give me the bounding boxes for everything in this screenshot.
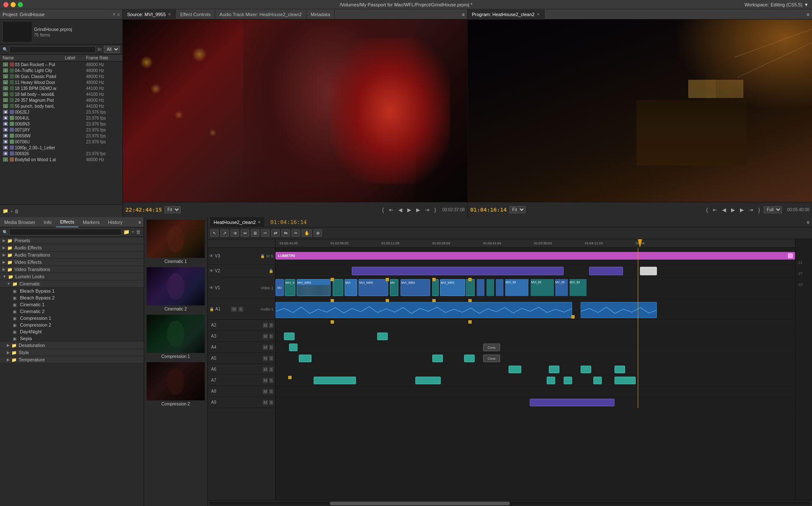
new-preset-bin-icon[interactable]: 📁 [123,229,130,235]
ripple-edit-button[interactable]: ⇉ [231,229,239,237]
program-panel-menu[interactable]: ≡ [807,12,812,17]
project-panel-close-icon[interactable]: ✕ [112,12,116,17]
track-a4-content[interactable]: Cons [275,342,795,353]
tree-item-compression-1[interactable]: ▣ Compression 1 [0,315,144,321]
tree-item-cinematic[interactable]: ▼ 📁 Cinematic [0,280,144,288]
project-list-item[interactable]: ▣00692623.976 fps [0,151,122,157]
v1-clip-6[interactable]: MVI_9955 [359,279,388,296]
tracks-content-area[interactable]: 01:02:41:05 01:02:56:05 01:03:11:05 01:0… [275,239,795,500]
v1-clip-2[interactable]: MVI_9 [285,279,295,296]
project-list-item[interactable]: ▣1080p_2.00–1_Letter [0,145,122,151]
timeline-tab-close-icon[interactable]: ✕ [258,220,261,224]
a7-clip-6[interactable] [615,377,636,384]
thumbnail-compression-1[interactable]: Compression 1 [147,315,205,359]
project-list-item[interactable]: ♪56 punch, body hard,44100 Hz [0,103,122,109]
tree-item-cinematic-1[interactable]: ▣ Cinematic 1 [0,301,144,308]
project-list-item[interactable]: ♪18 fall body – wood&44100 Hz [0,91,122,97]
tree-item-bleach-bypass-2[interactable]: ▣ Bleach Bypass 2 [0,294,144,301]
track-a3-s-btn[interactable]: S [269,334,273,339]
workspace-selector[interactable]: Workspace: Editing (CS5.5) ▼ [745,2,809,7]
effects-search-input[interactable] [9,229,122,235]
project-list-item[interactable]: ▣0062EJ23.976 fps [0,109,122,115]
tab-markers[interactable]: Markers [78,217,104,227]
clear-icon[interactable]: 🗑 [14,209,19,214]
track-a3-content[interactable] [275,331,795,342]
track-v2-eye-icon[interactable]: 👁 [209,268,214,273]
tab-program[interactable]: Program: HeatHouse2_clean2 ✕ [468,9,545,20]
project-list-item[interactable]: ▣0064UL23.976 fps [0,115,122,121]
track-a9-content[interactable] [275,397,795,408]
track-select-button[interactable]: ↗ [220,229,229,237]
project-list-item[interactable]: ▣00658W23.976 fps [0,133,122,139]
tree-item-desaturation[interactable]: ▶ 📁 Desaturation [0,342,144,349]
source-panel-menu[interactable]: ≡ [462,12,467,17]
a5-clip-2[interactable] [432,355,443,362]
source-fit-select[interactable]: Fit [164,206,181,213]
hand-tool-button[interactable]: ✋ [302,229,312,237]
tree-item-temperature[interactable]: ▶ 📁 Temperature [0,356,144,363]
a7-clip-3[interactable] [547,377,555,384]
track-a8-m-btn[interactable]: M [263,389,268,394]
tree-item-video-transitions[interactable]: ▶ 📁 Video Transitions [0,266,144,273]
rolling-edit-button[interactable]: ⇔ [241,229,249,237]
tree-item-video-effects[interactable]: ▶ 📁 Video Effects [0,259,144,266]
track-v1-eye-icon[interactable]: 👁 [209,285,214,290]
thumbnail-compression-2[interactable]: Compression 2 [147,362,205,406]
track-a4-m-btn[interactable]: M [263,345,268,350]
new-bin-icon[interactable]: 📁 [3,208,8,214]
project-list-item[interactable]: ▣0068N323.976 fps [0,121,122,127]
rate-stretch-button[interactable]: ⊞ [251,229,259,237]
tree-item-day4night[interactable]: ▣ Day4Night [0,328,144,335]
track-a7-s-btn[interactable]: S [269,378,273,383]
track-a1-m-btn[interactable]: M [231,307,237,312]
v1-clip-3[interactable]: MVI_9955 [297,279,331,296]
lumetri-clip[interactable]: LUMETRI [275,252,795,260]
track-a1-s-btn[interactable]: S [238,307,243,312]
v1-clip-15[interactable]: MVI_99 [505,279,528,296]
track-a9-m-btn[interactable]: M [263,400,268,405]
source-next-frame-button[interactable]: ▶ [415,206,421,214]
in-select[interactable]: All [104,46,120,53]
timeline-header-menu[interactable]: ≡ [807,220,809,225]
source-mark-out-button[interactable]: } [433,206,437,214]
track-v2-content[interactable] [275,265,795,277]
program-fit-select[interactable]: Fit [509,206,526,213]
v1-clip-5[interactable]: MVI [345,279,357,296]
thumbnail-cinematic-2[interactable]: Cinematic 2 [147,267,205,311]
a6-clip-4[interactable] [615,366,625,373]
track-a2-m-btn[interactable]: M [263,323,268,328]
col-framerate-header[interactable]: Frame Rate [86,56,120,60]
a5-clip-3[interactable] [464,355,475,362]
source-go-in-button[interactable]: ⇤ [388,206,395,214]
v1-clip-1[interactable]: MV [275,279,284,296]
track-v1-content[interactable]: MV MVI_9 MVI_9955 MVI MVI_9 [275,277,795,299]
tab-source-close-icon[interactable]: ✕ [168,12,171,17]
track-a3-m-btn[interactable]: M [263,334,268,339]
effects-panel-menu[interactable]: ≡ [139,220,144,225]
track-v2-lock-icon[interactable]: 🔒 [269,269,273,273]
track-v3-content[interactable]: LUMETRI [275,248,795,265]
tab-info[interactable]: Info [39,217,56,227]
tree-item-audio-transitions[interactable]: ▶ 📁 Audio Transitions [0,252,144,259]
a6-clip-2[interactable] [549,366,559,373]
source-go-out-button[interactable]: ⇥ [424,206,431,214]
tab-metadata[interactable]: Metadata [306,9,335,20]
a1-clip-main[interactable] [275,302,572,318]
track-a2-s-btn[interactable]: S [269,323,273,328]
a9-clip-1[interactable] [530,399,615,406]
v1-clip-18[interactable]: MVI_93 [570,279,587,296]
tree-item-style[interactable]: ▶ 📁 Style [0,349,144,356]
project-list-item[interactable]: ▣0071RY23.976 fps [0,127,122,133]
tab-effects[interactable]: Effects [56,217,78,227]
v1-clip-9[interactable] [432,279,439,296]
program-mark-in-button[interactable]: { [705,206,709,214]
close-button[interactable] [3,2,8,7]
selection-tool-button[interactable]: ↖ [210,229,219,237]
program-mark-out-button[interactable]: } [757,206,761,214]
fullscreen-button[interactable] [18,2,23,7]
track-v3-eye-icon[interactable]: 👁 [209,254,214,258]
v2-clip-main[interactable] [352,267,564,275]
tab-audio-mixer[interactable]: Audio Track Mixer: HeatHouse2_clean2 [215,9,306,20]
project-list-item[interactable]: ▣00706U23.976 fps [0,139,122,145]
project-panel-menu-icon[interactable]: ≡ [117,12,120,17]
